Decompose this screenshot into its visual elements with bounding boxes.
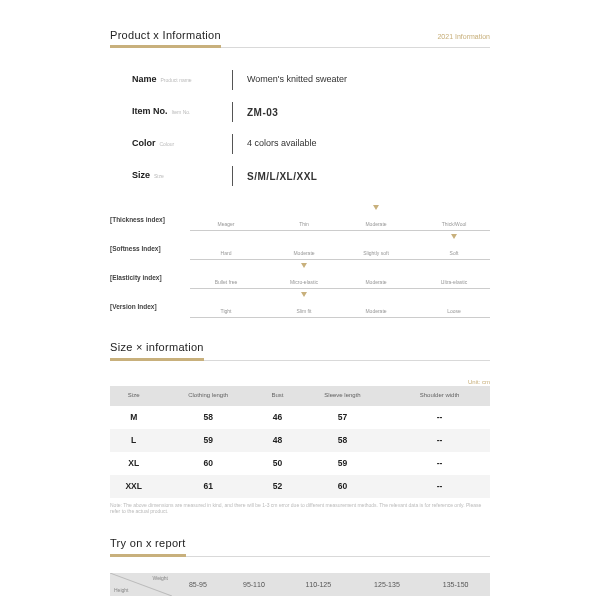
product-kv-block: NameProduct nameWomen's knitted sweaterI… [132,64,490,192]
size-cell: 61 [157,475,259,498]
size-cell: 58 [296,429,389,452]
size-cell: -- [389,429,490,452]
size-table: SizeClothing lengthBustSleeve lengthShou… [110,386,490,498]
index-track: TightSlim fitModerateLoose [190,295,490,318]
tryon-diag-header: WeightHeight [110,573,172,596]
index-row: [Thickness index]MeagerThinModerateThick… [110,204,490,233]
size-cell: -- [389,452,490,475]
index-stop: Slim fit [297,308,312,315]
size-col-header: Size [110,386,157,406]
index-track: Bullet freeMicro-elasticModerateUltra-el… [190,266,490,289]
tryon-weight-header: 125-135 [353,573,422,596]
size-cell: 46 [259,406,296,429]
index-stop: Moderate [365,279,386,286]
index-marker-icon [451,234,457,239]
tryon-title: Try on x report [110,536,186,556]
size-cell: -- [389,475,490,498]
table-row: M584657-- [110,406,490,429]
index-stop: Ultra-elastic [441,279,467,286]
tryon-weight-header: 135-150 [421,573,490,596]
size-col-header: Sleeve length [296,386,389,406]
index-track: MeagerThinModerateThick/Wool [190,208,490,231]
tryon-weight-header: 110-125 [284,573,353,596]
tryon-cell: XL [353,596,422,600]
size-cell: XL [110,452,157,475]
index-stop: Moderate [365,308,386,315]
index-stop: Bullet free [215,279,238,286]
kv-row: Item No.Item No.ZM-03 [132,96,490,128]
product-info-title: Product x Information [110,28,221,48]
size-cell: 57 [296,406,389,429]
index-track: HardModerateSlightly softSoft [190,237,490,260]
index-marker-icon [373,205,379,210]
kv-key: Item No.Item No. [132,106,232,118]
index-marker-icon [301,292,307,297]
table-row: XL605059-- [110,452,490,475]
size-cell: 60 [157,452,259,475]
index-stop: Loose [447,308,461,315]
tryon-header: Try on x report [110,536,490,556]
size-col-header: Clothing length [157,386,259,406]
tryon-table: WeightHeight85-9595-110110-125125-135135… [110,573,490,600]
tryon-cell: XXL [421,596,490,600]
index-row: [Softness Index]HardModerateSlightly sof… [110,233,490,262]
size-cell: 50 [259,452,296,475]
table-row: XXL615260-- [110,475,490,498]
product-info-badge: 2021 Information [437,32,490,41]
index-stop: Tight [221,308,232,315]
tryon-cell: L [284,596,353,600]
table-row: 155-158SMLXLXXL [110,596,490,600]
index-row: [Elasticity index]Bullet freeMicro-elast… [110,262,490,291]
tryon-height-label: Height [114,587,128,594]
size-note: Note: The above dimensions are measured … [110,502,490,514]
product-info-header: Product x Information 2021 Information [110,28,490,48]
size-info-header: Size × information [110,340,490,360]
size-cell: 59 [296,452,389,475]
size-cell: 60 [296,475,389,498]
index-label: [Version Index] [110,303,190,311]
kv-key: NameProduct name [132,74,232,86]
size-cell: 59 [157,429,259,452]
size-cell: XXL [110,475,157,498]
tryon-weight-label: Weight [153,575,168,582]
size-col-header: Bust [259,386,296,406]
size-cell: 48 [259,429,296,452]
kv-value: 4 colors available [247,138,317,150]
index-label: [Softness Index] [110,245,190,253]
index-stop: Thin [299,221,309,228]
tryon-height-cell: 155-158 [110,596,172,600]
index-stop: Moderate [365,221,386,228]
kv-row: NameProduct nameWomen's knitted sweater [132,64,490,96]
index-stop: Meager [218,221,235,228]
index-label: [Elasticity index] [110,274,190,282]
tryon-cell: S [172,596,224,600]
index-stop: Micro-elastic [290,279,318,286]
size-info-title: Size × information [110,340,204,360]
kv-value: Women's knitted sweater [247,74,347,86]
kv-value: ZM-03 [247,106,278,119]
tryon-weight-header: 95-110 [224,573,284,596]
kv-key: ColorColour [132,138,232,150]
tryon-weight-header: 85-95 [172,573,224,596]
size-cell: 52 [259,475,296,498]
index-stop: Moderate [293,250,314,257]
size-cell: -- [389,406,490,429]
size-cell: 58 [157,406,259,429]
kv-row: ColorColour4 colors available [132,128,490,160]
index-marker-icon [301,263,307,268]
size-col-header: Shoulder width [389,386,490,406]
size-cell: L [110,429,157,452]
index-stop: Thick/Wool [442,221,467,228]
product-index-block: [Thickness index]MeagerThinModerateThick… [110,204,490,320]
kv-key: SizeSize [132,170,232,182]
index-stop: Hard [221,250,232,257]
index-label: [Thickness index] [110,216,190,224]
size-cell: M [110,406,157,429]
index-stop: Slightly soft [363,250,389,257]
kv-row: SizeSizeS/M/L/XL/XXL [132,160,490,192]
index-row: [Version Index]TightSlim fitModerateLoos… [110,291,490,320]
size-unit: Unit: cm [468,379,490,387]
tryon-cell: M [224,596,284,600]
kv-value: S/M/L/XL/XXL [247,170,317,183]
table-row: L594858-- [110,429,490,452]
